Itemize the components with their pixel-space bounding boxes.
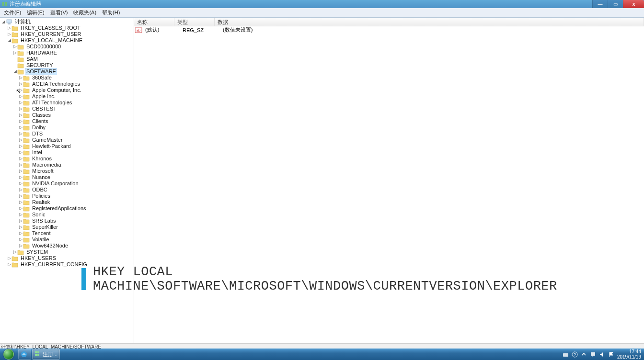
expander-icon[interactable]: ▷ bbox=[18, 106, 23, 112]
expander-icon[interactable]: ▷ bbox=[18, 193, 23, 199]
action-center-icon[interactable] bbox=[590, 351, 596, 358]
menu-favorites[interactable]: 收藏夹(A) bbox=[70, 8, 99, 17]
tree-key-clients[interactable]: ▷ Clients bbox=[0, 118, 134, 124]
menu-help[interactable]: 帮助(H) bbox=[99, 8, 123, 17]
tree-key-superkiller[interactable]: ▷ SuperKiller bbox=[0, 224, 134, 230]
tree-key-policies[interactable]: ▷ Policies bbox=[0, 193, 134, 199]
tree-key-cbstest[interactable]: ▷ CBSTEST bbox=[0, 106, 134, 112]
tree-root-computer[interactable]: ◢ 计算机 bbox=[0, 19, 134, 25]
tree-hive-users[interactable]: ▷ HKEY_USERS bbox=[0, 255, 134, 261]
tree-key-apple-computer-inc-[interactable]: ▷ Apple Computer, Inc. bbox=[0, 87, 134, 93]
expander-icon[interactable]: ▷ bbox=[18, 187, 23, 193]
start-button[interactable] bbox=[0, 349, 17, 360]
tray-icon[interactable] bbox=[563, 351, 569, 358]
expander-icon[interactable]: ▷ bbox=[7, 25, 12, 31]
tree-key-tencent[interactable]: ▷ Tencent bbox=[0, 230, 134, 236]
taskbar-pinned-item[interactable] bbox=[18, 349, 31, 360]
tree-key-dts[interactable]: ▷ DTS bbox=[0, 131, 134, 137]
expander-icon[interactable]: ▷ bbox=[18, 131, 23, 137]
flag-icon[interactable] bbox=[608, 351, 614, 358]
tree-key-intel[interactable]: ▷ Intel bbox=[0, 149, 134, 156]
expander-icon[interactable]: ▷ bbox=[18, 156, 23, 162]
tree-hive-current-user[interactable]: ▷ HKEY_CURRENT_USER bbox=[0, 31, 134, 37]
tree-key-bcd00000000[interactable]: ▷ BCD00000000 bbox=[0, 44, 134, 50]
close-button[interactable]: x bbox=[623, 0, 644, 8]
tree-key-registeredapplications[interactable]: ▷ RegisteredApplications bbox=[0, 205, 134, 212]
chevron-up-icon[interactable] bbox=[581, 351, 587, 358]
tree-key-hewlett-packard[interactable]: ▷ Hewlett-Packard bbox=[0, 143, 134, 149]
expander-icon[interactable]: ▷ bbox=[18, 205, 23, 212]
tree-key-microsoft[interactable]: ▷ Microsoft bbox=[0, 168, 134, 174]
tree-key-apple-inc-[interactable]: ▷ Apple Inc. bbox=[0, 93, 134, 100]
maximize-button[interactable]: ▭ bbox=[608, 0, 623, 8]
tree-key-software[interactable]: ◢ SOFTWARE bbox=[0, 68, 134, 75]
tree-key-macromedia[interactable]: ▷ Macromedia bbox=[0, 162, 134, 168]
expander-icon[interactable]: ▷ bbox=[7, 31, 12, 37]
tree-key-nuance[interactable]: ▷ Nuance bbox=[0, 174, 134, 180]
volume-icon[interactable] bbox=[599, 351, 605, 358]
tree-key-ati-technologies[interactable]: ▷ ATI Technologies bbox=[0, 100, 134, 106]
expander-icon[interactable]: ▷ bbox=[18, 230, 23, 236]
expander-icon[interactable]: ▷ bbox=[18, 124, 23, 131]
help-icon[interactable]: ? bbox=[572, 351, 578, 358]
tree-pane[interactable]: ◢ 计算机 ▷ HKEY_CLASSES_ROOT ▷ HKEY_CURRENT… bbox=[0, 18, 134, 343]
expander-icon[interactable]: ▷ bbox=[7, 255, 12, 261]
menu-view[interactable]: 查看(V) bbox=[47, 8, 71, 17]
tree-key-hardware[interactable]: ▷ HARDWARE bbox=[0, 50, 134, 56]
expander-icon[interactable]: ▷ bbox=[18, 143, 23, 149]
list-pane[interactable]: 名称 类型 数据 ab (默认) REG_SZ (数值未设置) HKEY LOC… bbox=[134, 18, 644, 343]
tree-hive-classes-root[interactable]: ▷ HKEY_CLASSES_ROOT bbox=[0, 25, 134, 31]
expander-icon[interactable]: ▷ bbox=[18, 243, 23, 249]
expander-icon[interactable]: ▷ bbox=[18, 137, 23, 143]
column-data[interactable]: 数据 bbox=[215, 18, 644, 26]
tray-clock[interactable]: 17:44 2019/11/19 bbox=[617, 349, 641, 360]
expander-icon[interactable]: ▷ bbox=[18, 199, 23, 205]
expander-icon[interactable]: ▷ bbox=[7, 261, 12, 268]
expander-icon[interactable]: ▷ bbox=[18, 162, 23, 168]
expander-icon[interactable]: ◢ bbox=[12, 68, 17, 75]
expander-icon[interactable]: ▷ bbox=[18, 81, 23, 87]
expander-icon[interactable]: ▷ bbox=[18, 224, 23, 230]
tree-key-system[interactable]: ▷ SYSTEM bbox=[0, 249, 134, 255]
expander-icon[interactable]: ▷ bbox=[12, 44, 17, 50]
expander-icon[interactable]: ▷ bbox=[18, 118, 23, 124]
tree-key-ageia-technologies[interactable]: ▷ AGEIA Technologies bbox=[0, 81, 134, 87]
expander-icon[interactable]: ◢ bbox=[1, 19, 6, 25]
tree-key-dolby[interactable]: ▷ Dolby bbox=[0, 124, 134, 131]
tree-key-360safe[interactable]: ▷ 360Safe bbox=[0, 75, 134, 81]
taskbar-item-regedit[interactable]: 注册... bbox=[32, 349, 60, 360]
tree-key-gamemaster[interactable]: ▷ GameMaster bbox=[0, 137, 134, 143]
tree-key-nvidia-corporation[interactable]: ▷ NVIDIA Corporation bbox=[0, 180, 134, 187]
tree-key-sonic[interactable]: ▷ Sonic bbox=[0, 212, 134, 218]
expander-icon[interactable]: ▷ bbox=[18, 75, 23, 81]
tree-key-realtek[interactable]: ▷ Realtek bbox=[0, 199, 134, 205]
tree-key-odbc[interactable]: ▷ ODBC bbox=[0, 187, 134, 193]
column-type[interactable]: 类型 bbox=[174, 18, 215, 26]
expander-icon[interactable]: ▷ bbox=[18, 236, 23, 243]
tree-key-srs-labs[interactable]: ▷ SRS Labs bbox=[0, 218, 134, 224]
tree-key-classes[interactable]: ▷ Classes bbox=[0, 112, 134, 118]
tree-key-volatile[interactable]: ▷ Volatile bbox=[0, 236, 134, 243]
expander-icon[interactable]: ▷ bbox=[18, 100, 23, 106]
minimize-button[interactable]: — bbox=[592, 0, 608, 8]
expander-icon[interactable]: ◢ bbox=[7, 37, 12, 44]
expander-icon[interactable]: ▷ bbox=[18, 212, 23, 218]
expander-icon[interactable]: ▷ bbox=[12, 50, 17, 56]
column-name[interactable]: 名称 bbox=[134, 18, 174, 26]
expander-icon[interactable]: ▷ bbox=[18, 218, 23, 224]
tree-key-wow6432node[interactable]: ▷ Wow6432Node bbox=[0, 243, 134, 249]
menu-edit[interactable]: 编辑(E) bbox=[24, 8, 47, 17]
expander-icon[interactable]: ▷ bbox=[18, 180, 23, 187]
expander-icon[interactable]: ▷ bbox=[18, 112, 23, 118]
list-row[interactable]: ab (默认) REG_SZ (数值未设置) bbox=[134, 26, 644, 34]
menu-file[interactable]: 文件(F) bbox=[1, 8, 24, 17]
tree-key-sam[interactable]: SAM bbox=[0, 56, 134, 62]
tree-key-security[interactable]: SECURITY bbox=[0, 62, 134, 68]
expander-icon[interactable]: ▷ bbox=[18, 168, 23, 174]
expander-icon[interactable]: ▷ bbox=[18, 93, 23, 100]
expander-icon[interactable]: ▷ bbox=[18, 87, 23, 93]
expander-icon[interactable]: ▷ bbox=[18, 149, 23, 156]
tree-hive-local-machine[interactable]: ◢ HKEY_LOCAL_MACHINE bbox=[0, 37, 134, 44]
expander-icon[interactable]: ▷ bbox=[18, 174, 23, 180]
expander-icon[interactable]: ▷ bbox=[12, 249, 17, 255]
